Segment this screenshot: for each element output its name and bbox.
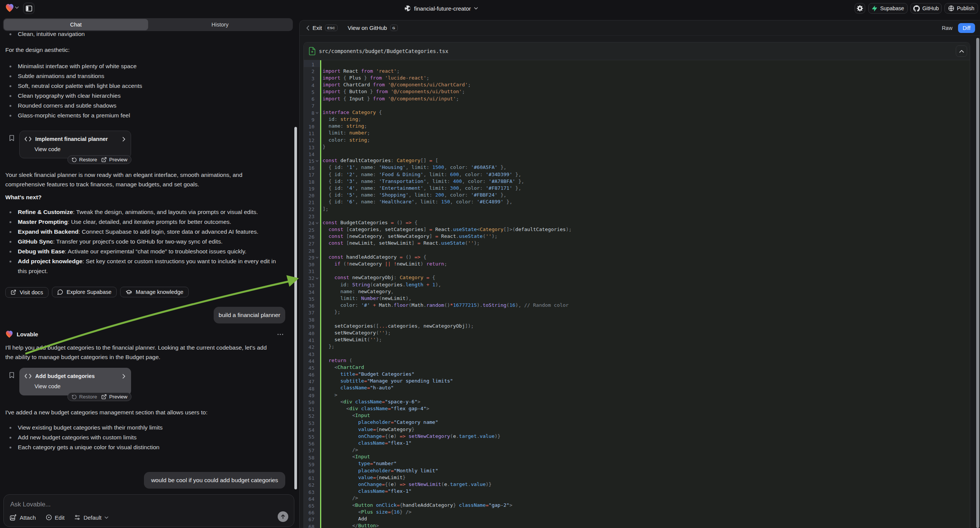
fold-chevron-icon[interactable] (315, 112, 318, 114)
fold-chevron-icon[interactable] (315, 277, 318, 280)
list-item: Expand with Backend: Connect Supabase to… (5, 227, 276, 237)
message-circle-icon (57, 289, 63, 295)
chat-paragraph: I've added a new budget categories manag… (5, 407, 276, 417)
manage-knowledge-button[interactable]: Manage knowledge (120, 287, 189, 297)
line-number-gutter: 1234567891011121314151617181920212223242… (304, 60, 320, 528)
restore-label: Restore (79, 394, 97, 399)
chat-input-box[interactable]: Ask Lovable... Attach Edit Default (3, 494, 294, 527)
code-line: const [categories, setCategories] = Reac… (323, 226, 572, 233)
code-line: color: string; (323, 137, 572, 143)
line-number: 11 (309, 130, 314, 137)
line-number: 20 (309, 192, 314, 199)
code-line: /> (323, 447, 572, 453)
logo-chevron-down-icon[interactable] (15, 6, 19, 9)
assistant-header: Lovable (5, 330, 38, 338)
line-number: 35 (309, 296, 314, 303)
exit-button[interactable]: Exit ESC (306, 25, 337, 31)
publish-button[interactable]: Publish (944, 3, 978, 14)
view-code-link[interactable]: View code (35, 383, 60, 390)
message-menu-button[interactable] (277, 334, 283, 335)
project-switcher[interactable]: financial-future-creator (404, 4, 478, 13)
restore-preview-chip: RestorePreview (67, 155, 132, 164)
quick-actions-row: Visit docsExplore SupabaseManage knowled… (5, 287, 276, 298)
code-line: const handleAddCategory = () => { (323, 254, 572, 261)
project-name: financial-future-creator (414, 5, 471, 12)
fold-chevron-icon[interactable] (315, 222, 318, 224)
line-number: 63 (309, 489, 314, 496)
code-line: className="flex-1" (323, 488, 572, 495)
app-root: financial-future-creator Supabase GitHub (0, 0, 980, 528)
line-number: 38 (309, 316, 314, 323)
line-number: 22 (309, 206, 314, 213)
code-line: <div className="flex gap-4"> (323, 405, 572, 412)
line-number: 31 (309, 268, 314, 275)
line-number: 52 (309, 413, 314, 420)
code-icon (25, 137, 32, 141)
attach-button[interactable]: Attach (10, 514, 36, 521)
code-panel-scrollbar[interactable] (976, 38, 979, 528)
sidebar-toggle-button[interactable] (23, 3, 35, 14)
lovable-logo-icon[interactable] (5, 3, 14, 13)
bookmark-icon[interactable] (9, 135, 14, 141)
line-number: 60 (309, 468, 314, 475)
code-area[interactable]: 1234567891011121314151617181920212223242… (304, 60, 970, 528)
code-line: }; (323, 343, 572, 350)
file-path: src/components/budget/BudgetCategories.t… (319, 48, 448, 54)
line-number: 34 (309, 289, 314, 296)
code-line: { id: '6', name: 'Healthcare', limit: 15… (323, 199, 572, 205)
fold-chevron-icon[interactable] (315, 160, 318, 162)
line-number: 3 (312, 75, 314, 82)
code-line: <Input (323, 412, 572, 419)
list-item: Glass-morphic elements for a premium fee… (5, 111, 276, 121)
line-number: 56 (309, 441, 314, 447)
line-number: 8 (312, 110, 314, 117)
raw-toggle-button[interactable]: Raw (938, 23, 956, 33)
explore-supabase-button[interactable]: Explore Supabase (52, 287, 117, 297)
code-line: } (323, 143, 572, 150)
send-button[interactable] (278, 511, 288, 522)
line-number: 65 (309, 503, 314, 509)
view-on-github-label: View on GitHub (348, 25, 387, 31)
preview-button[interactable]: Preview (101, 157, 127, 162)
diff-toggle-button[interactable]: Diff (958, 23, 975, 33)
code-line: > (323, 392, 572, 398)
line-number: 30 (309, 261, 314, 268)
code-line: if (!newCategory || !newLimit) return; (323, 261, 572, 267)
model-selector[interactable]: Default (74, 514, 108, 521)
github-button[interactable]: GitHub (910, 3, 942, 14)
view-on-github-button[interactable]: View on GitHub G (348, 25, 398, 31)
restore-button[interactable]: Restore (72, 394, 97, 399)
code-line: setNewCategory(''); (323, 329, 572, 336)
view-code-link[interactable]: View code (35, 146, 60, 152)
supabase-button[interactable]: Supabase (868, 3, 908, 14)
line-number: 66 (309, 509, 314, 516)
list-item: Minimalist interface with plenty of whit… (5, 61, 276, 71)
collapse-file-button[interactable] (956, 45, 967, 57)
tab-chat[interactable]: Chat (4, 19, 148, 30)
code-line: <Input (323, 453, 572, 460)
version-card[interactable]: Implement financial plannerView codeRest… (19, 131, 131, 158)
line-number: 54 (309, 427, 314, 434)
edit-mode-button[interactable]: Edit (46, 514, 65, 521)
list-item: Refine & Customize: Tweak the design, an… (5, 207, 276, 217)
tab-history[interactable]: History (148, 19, 293, 30)
code-line: /> (323, 495, 572, 501)
chat-message-list: Clean, intuitive navigationFor the desig… (0, 32, 295, 492)
preview-button[interactable]: Preview (101, 394, 127, 399)
restore-button[interactable]: Restore (72, 157, 97, 162)
settings-button[interactable] (854, 3, 865, 14)
visit-docs-button[interactable]: Visit docs (5, 287, 48, 298)
line-number: 44 (309, 358, 314, 365)
bullet-list: View existing budget categories with the… (5, 423, 276, 452)
bookmark-icon[interactable] (9, 372, 14, 379)
line-number: 33 (309, 282, 314, 289)
file-header[interactable]: src/components/budget/BudgetCategories.t… (304, 43, 970, 60)
attach-image-icon (10, 514, 17, 521)
circle-dot-icon (46, 514, 52, 520)
version-card[interactable]: Add budget categoriesView codeRestorePre… (19, 368, 131, 396)
line-number: 53 (309, 420, 314, 427)
code-line: return ( (323, 357, 572, 364)
line-number: 64 (309, 496, 314, 503)
chat-scrollbar[interactable] (294, 127, 297, 489)
fold-chevron-icon[interactable] (315, 256, 318, 259)
